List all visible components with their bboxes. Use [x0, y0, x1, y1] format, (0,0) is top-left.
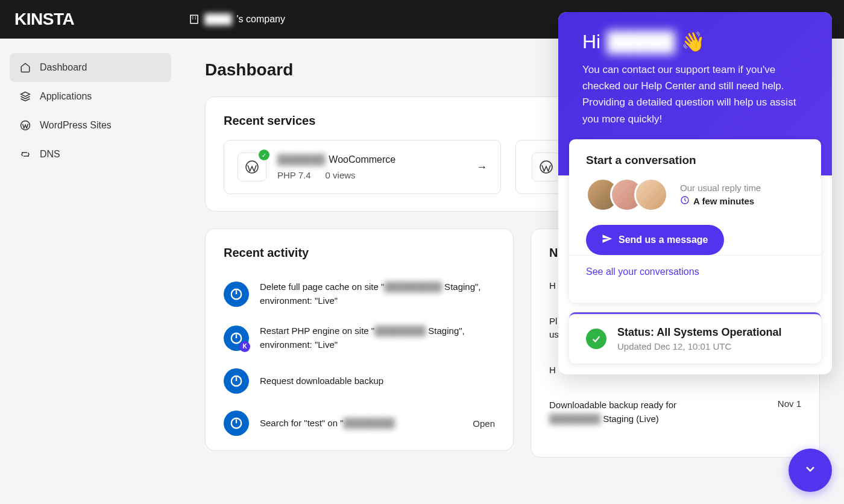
wordpress-icon: ✓ — [238, 153, 266, 181]
system-status-card[interactable]: Status: All Systems Operational Updated … — [569, 312, 821, 364]
chevron-down-icon — [803, 462, 817, 479]
see-all-conversations-link[interactable]: See all your conversations — [586, 266, 699, 277]
send-icon — [602, 233, 613, 247]
send-message-button[interactable]: Send us a message — [586, 225, 724, 255]
reply-time: A few minutes — [680, 195, 761, 207]
activity-row[interactable]: Search for "test" on "████████ Open — [224, 402, 495, 444]
wave-emoji: 👋 — [681, 30, 705, 53]
activity-text: Delete full page cache on site "████████… — [260, 280, 495, 307]
chat-intro: You can contact our support team if you'… — [582, 61, 808, 127]
support-avatars — [586, 178, 668, 212]
stack-icon — [19, 90, 31, 102]
svg-rect-0 — [191, 15, 198, 24]
sidebar-item-dns[interactable]: DNS — [10, 140, 171, 169]
notification-date: Nov 1 — [778, 398, 801, 409]
notification-row[interactable]: Downloadable backup ready for ████████ S… — [549, 391, 801, 440]
activity-row[interactable]: K Restart PHP engine on site "████████ S… — [224, 316, 495, 360]
service-views: 0 views — [326, 170, 356, 180]
building-icon — [189, 14, 200, 25]
power-icon — [224, 411, 249, 436]
power-icon — [224, 368, 249, 394]
company-name-redacted: ████ — [204, 14, 231, 25]
start-conversation-title: Start a conversation — [586, 154, 804, 167]
recent-activity-card: Recent activity Delete full page cache o… — [205, 228, 514, 451]
k-badge-icon: K — [239, 341, 250, 352]
home-icon — [19, 61, 31, 74]
sidebar-item-wordpress[interactable]: WordPress Sites — [10, 111, 171, 140]
sidebar-item-dashboard[interactable]: Dashboard — [10, 53, 171, 82]
service-name-plain: WooCommerce — [329, 154, 395, 165]
dns-icon — [19, 148, 31, 160]
check-icon — [586, 329, 606, 349]
power-icon: K — [224, 326, 249, 351]
wordpress-icon — [532, 153, 561, 181]
reply-label: Our usual reply time — [680, 183, 761, 193]
activity-text: Request downloadable backup — [260, 374, 495, 388]
service-name-redacted: ███████ — [277, 154, 325, 165]
status-title: Status: All Systems Operational — [617, 326, 781, 339]
company-selector[interactable]: ████ 's company — [189, 14, 285, 25]
chat-toggle-button[interactable] — [789, 449, 832, 492]
wordpress-icon — [19, 119, 31, 131]
activity-row[interactable]: Delete full page cache on site "████████… — [224, 272, 495, 316]
activity-row[interactable]: Request downloadable backup — [224, 360, 495, 402]
brand-logo[interactable]: KINSTA — [14, 10, 74, 29]
start-conversation-card: Start a conversation Our usual reply tim… — [569, 139, 821, 303]
status-updated: Updated Dec 12, 10:01 UTC — [617, 341, 781, 351]
clock-icon — [680, 195, 690, 207]
check-badge-icon: ✓ — [259, 150, 269, 160]
activity-status: Open — [473, 418, 495, 429]
chat-widget: Hi █████ 👋 You can contact our support t… — [558, 12, 832, 374]
company-suffix: 's company — [237, 14, 285, 25]
sidebar-item-applications[interactable]: Applications — [10, 82, 171, 111]
svg-marker-5 — [21, 92, 30, 97]
sidebar-item-label: WordPress Sites — [40, 120, 112, 131]
recent-activity-title: Recent activity — [224, 246, 495, 260]
arrow-right-icon: → — [476, 161, 487, 174]
sidebar-item-label: Dashboard — [40, 62, 87, 73]
service-php-version: PHP 7.4 — [277, 170, 311, 180]
sidebar-item-label: DNS — [40, 149, 60, 160]
power-icon — [224, 282, 249, 307]
avatar — [634, 178, 668, 212]
sidebar: Dashboard Applications WordPress Sites D… — [0, 39, 181, 504]
service-card[interactable]: ✓ ███████ WooCommerce PHP 7.4 0 views → — [224, 140, 501, 194]
activity-text: Search for "test" on "████████ — [260, 417, 462, 430]
sidebar-item-label: Applications — [40, 91, 92, 102]
chat-greeting: Hi █████ 👋 — [582, 30, 808, 53]
activity-text: Restart PHP engine on site "████████ Sta… — [260, 324, 495, 351]
